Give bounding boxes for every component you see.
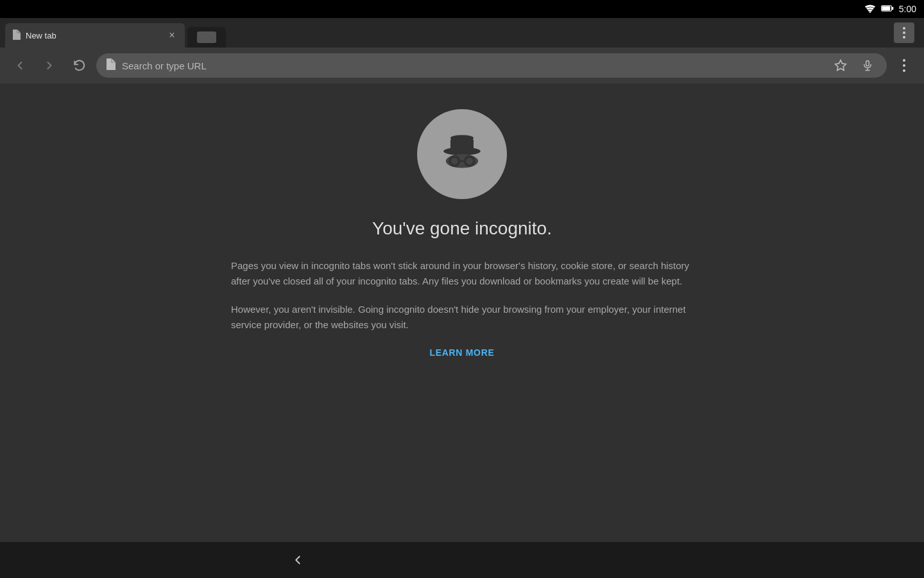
svg-rect-2 [891, 6, 893, 9]
learn-more-link[interactable]: LEARN MORE [231, 346, 693, 360]
incognito-paragraph-1: Pages you view in incognito tabs won't s… [231, 258, 693, 289]
battery-icon [881, 4, 894, 14]
forward-button[interactable] [37, 53, 62, 78]
voice-search-button[interactable] [857, 55, 878, 76]
status-bar: 5:00 [0, 0, 924, 18]
svg-rect-3 [882, 6, 890, 10]
svg-point-6 [903, 27, 905, 30]
svg-point-14 [450, 135, 474, 141]
tab-close-button[interactable]: × [166, 29, 178, 42]
status-time: 5:00 [899, 4, 916, 14]
active-tab[interactable]: New tab × [5, 23, 185, 48]
svg-point-7 [903, 31, 905, 34]
bookmark-button[interactable] [830, 55, 851, 76]
kebab-icon [903, 59, 905, 72]
menu-button[interactable] [889, 18, 919, 48]
incognito-paragraph-2: However, you aren't invisible. Going inc… [231, 302, 693, 333]
overflow-menu-button[interactable] [892, 53, 916, 78]
tab-bar: New tab × [0, 18, 924, 48]
incognito-title: You've gone incognito. [372, 218, 552, 239]
toolbar: Search or type URL [0, 48, 924, 83]
inactive-tab[interactable] [187, 27, 226, 48]
svg-point-8 [903, 36, 905, 39]
address-bar[interactable]: Search or type URL [96, 53, 887, 78]
tab-doc-icon [12, 30, 21, 42]
incognito-icon [417, 109, 507, 199]
wifi-icon [864, 4, 876, 15]
svg-point-0 [869, 11, 871, 12]
android-nav-bar [0, 542, 924, 578]
android-home-button[interactable] [450, 548, 474, 572]
incognito-content: You've gone incognito. Pages you view in… [0, 83, 924, 542]
reload-button[interactable] [67, 53, 91, 78]
search-placeholder: Search or type URL [122, 60, 824, 71]
omnibox-doc-icon [105, 58, 116, 73]
svg-rect-4 [197, 31, 216, 43]
android-recents-button[interactable] [615, 548, 638, 572]
tab-title: New tab [26, 31, 160, 40]
incognito-description: Pages you view in incognito tabs won't s… [231, 258, 693, 360]
android-back-button[interactable] [286, 548, 309, 572]
back-button[interactable] [8, 53, 32, 78]
svg-rect-9 [866, 61, 869, 66]
